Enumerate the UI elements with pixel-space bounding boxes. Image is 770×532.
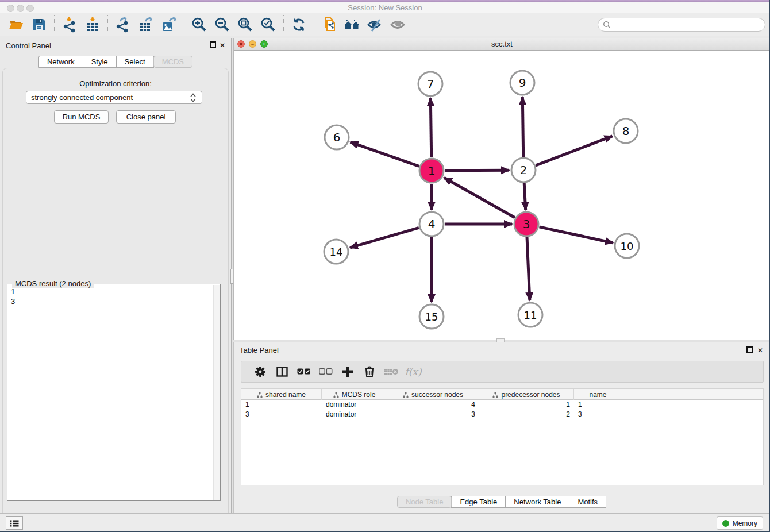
cell[interactable]: 2 xyxy=(479,410,574,419)
export-network-icon[interactable] xyxy=(111,15,134,34)
close-panel-button[interactable]: Close panel xyxy=(116,110,176,124)
float-panel-icon[interactable] xyxy=(210,41,216,48)
criterion-select[interactable]: strongly connected component xyxy=(26,91,202,104)
graph-node-1[interactable]: 1 xyxy=(419,159,444,183)
show-all-icon[interactable] xyxy=(387,15,410,34)
first-neighbors-icon[interactable] xyxy=(341,15,364,34)
sort-tree-icon xyxy=(492,392,498,398)
search-icon xyxy=(603,21,611,29)
run-mcds-button[interactable]: Run MCDS xyxy=(54,110,109,124)
deselect-all-columns-icon[interactable] xyxy=(315,363,337,380)
cell[interactable]: 3 xyxy=(574,410,622,419)
tab-mcds[interactable]: MCDS xyxy=(153,56,192,68)
task-history-button[interactable] xyxy=(6,516,23,530)
add-column-icon[interactable] xyxy=(337,363,359,380)
tab-style[interactable]: Style xyxy=(83,56,117,68)
close-window-button[interactable] xyxy=(7,5,14,12)
node-label: 8 xyxy=(622,124,630,138)
hide-selected-icon[interactable] xyxy=(364,15,387,34)
float-table-panel-icon[interactable] xyxy=(746,346,753,353)
refresh-view-icon[interactable] xyxy=(287,15,310,34)
import-table-icon[interactable] xyxy=(81,15,104,34)
delete-column-icon[interactable] xyxy=(359,363,380,380)
table-row[interactable]: 1dominator411 xyxy=(241,400,763,410)
network-close-icon[interactable]: ✕ xyxy=(237,40,245,48)
table-panel: Table Panel ✕ f(x) shared nameMCDS roles xyxy=(233,342,770,513)
cell[interactable]: dominator xyxy=(322,400,387,410)
table-toolbar: f(x) xyxy=(241,361,764,383)
tab-network-table[interactable]: Network Table xyxy=(505,496,569,508)
graph-edge-2-3[interactable] xyxy=(524,183,525,210)
graph-node-6[interactable]: 6 xyxy=(325,125,349,149)
tab-node-table[interactable]: Node Table xyxy=(397,496,452,508)
column-header-name[interactable]: name xyxy=(574,389,622,400)
graph-edge-3-1[interactable] xyxy=(444,178,515,217)
zoom-fit-icon[interactable] xyxy=(234,15,257,34)
graph-node-9[interactable]: 9 xyxy=(510,71,534,95)
graph-node-7[interactable]: 7 xyxy=(418,72,442,96)
network-minimize-icon[interactable]: − xyxy=(249,40,256,48)
memory-button[interactable]: Memory xyxy=(717,516,763,530)
column-header-MCDS-role[interactable]: MCDS role xyxy=(322,389,387,400)
network-maximize-icon[interactable]: + xyxy=(260,40,268,48)
cell[interactable]: 4 xyxy=(387,400,479,410)
node-label: 7 xyxy=(427,77,434,91)
scrollbar[interactable] xyxy=(213,285,220,500)
graph-node-10[interactable]: 10 xyxy=(615,234,639,258)
zoom-in-icon[interactable] xyxy=(188,15,211,34)
column-header-predecessor-nodes[interactable]: predecessor nodes xyxy=(479,389,574,400)
table-row[interactable]: 3dominator323 xyxy=(241,410,763,419)
cell[interactable]: 1 xyxy=(241,400,322,410)
tab-motifs[interactable]: Motifs xyxy=(569,496,606,508)
graph-edge-4-14[interactable] xyxy=(350,228,419,248)
duplicate-network-icon[interactable] xyxy=(318,15,341,34)
minimize-window-button[interactable] xyxy=(17,5,24,12)
split-view-icon[interactable] xyxy=(271,363,293,380)
cell[interactable]: 3 xyxy=(387,410,479,419)
tab-select[interactable]: Select xyxy=(116,56,154,68)
graph-node-11[interactable]: 11 xyxy=(518,303,542,327)
table-tabs: Node TableEdge TableNetwork TableMotifs xyxy=(234,496,770,508)
sort-tree-icon xyxy=(403,392,409,398)
cell[interactable]: 1 xyxy=(479,400,574,410)
column-header-shared-name[interactable]: shared name xyxy=(241,389,322,400)
node-label: 11 xyxy=(524,309,537,321)
open-session-icon[interactable] xyxy=(5,15,28,34)
column-header-successor-nodes[interactable]: successor nodes xyxy=(387,389,479,400)
graph-edge-3-11[interactable] xyxy=(527,237,530,300)
close-table-panel-icon[interactable]: ✕ xyxy=(756,346,764,354)
graph-node-8[interactable]: 8 xyxy=(614,119,638,143)
mcds-result-list[interactable]: 1 3 xyxy=(11,287,212,498)
graph-edge-3-10[interactable] xyxy=(539,227,613,243)
close-panel-icon[interactable]: ✕ xyxy=(218,41,226,49)
tab-network[interactable]: Network xyxy=(38,56,83,68)
tab-edge-table[interactable]: Edge Table xyxy=(451,496,506,508)
settings-icon[interactable] xyxy=(249,363,271,380)
network-canvas[interactable]: 1234678910111415 xyxy=(234,51,770,340)
zoom-selected-icon[interactable] xyxy=(257,15,280,34)
select-all-columns-icon[interactable] xyxy=(293,363,315,380)
export-image-icon[interactable] xyxy=(157,15,180,34)
graph-edge-2-9[interactable] xyxy=(522,97,523,157)
graph-edge-1-6[interactable] xyxy=(351,142,419,166)
import-network-icon[interactable] xyxy=(58,15,81,34)
delete-table-icon[interactable] xyxy=(380,363,402,380)
graph-edge-1-7[interactable] xyxy=(430,98,431,157)
graph-edge-2-8[interactable] xyxy=(536,136,612,165)
graph-node-2[interactable]: 2 xyxy=(511,158,536,182)
graph-edge-1-2[interactable] xyxy=(445,170,509,171)
graph-node-4[interactable]: 4 xyxy=(419,212,444,236)
function-builder-icon[interactable]: f(x) xyxy=(402,363,424,380)
export-table-icon[interactable] xyxy=(134,15,157,34)
search-input[interactable] xyxy=(611,20,760,30)
graph-node-15[interactable]: 15 xyxy=(419,304,444,329)
cell[interactable]: dominator xyxy=(322,410,387,419)
cell[interactable]: 1 xyxy=(574,400,622,410)
save-session-icon[interactable] xyxy=(28,15,51,34)
zoom-out-icon[interactable] xyxy=(211,15,234,34)
graph-node-14[interactable]: 14 xyxy=(324,240,348,264)
maximize-window-button[interactable] xyxy=(26,5,34,12)
graph-node-3[interactable]: 3 xyxy=(514,212,538,236)
cell[interactable]: 3 xyxy=(241,410,322,419)
search-box[interactable] xyxy=(598,18,765,32)
